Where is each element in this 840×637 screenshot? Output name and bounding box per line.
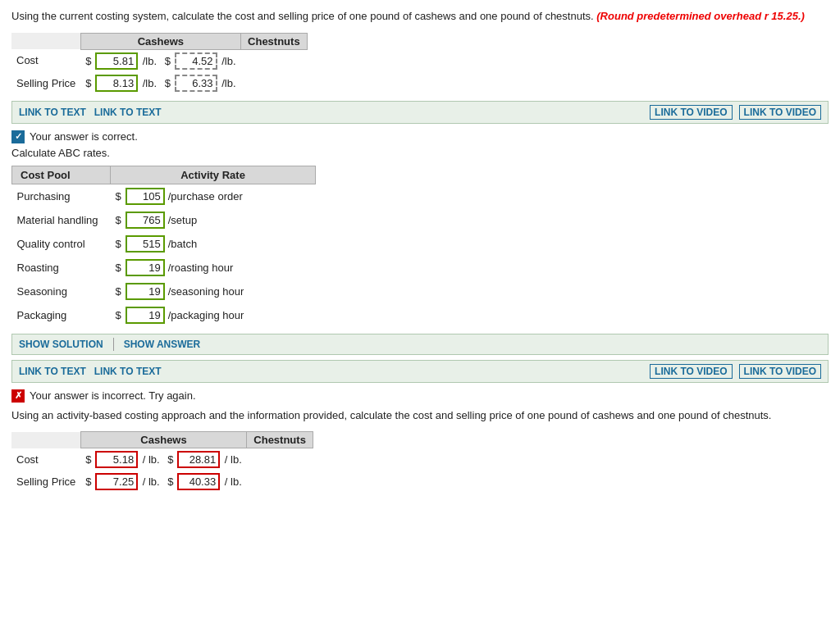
chestnuts3-cost-input[interactable]: [177, 451, 220, 468]
abc-col-pool: Cost Pool: [12, 166, 111, 184]
chestnuts3-selling-input[interactable]: [177, 473, 220, 490]
table-row: Selling Price $ /lb. $ /lb.: [11, 72, 307, 94]
abc-rate-input-1[interactable]: [126, 212, 165, 229]
abc-pool-label: Purchasing: [12, 184, 111, 208]
link-to-video-1b[interactable]: LINK TO VIDEO: [739, 105, 821, 120]
abc-pool-label: Seasoning: [12, 280, 111, 303]
abc-rate-cell: $ /roasting hour: [111, 256, 316, 280]
link-to-text-2b[interactable]: LINK TO TEXT: [94, 366, 162, 377]
show-solution-bar: SHOW SOLUTION SHOW ANSWER: [11, 334, 829, 355]
col-header-empty: [11, 33, 80, 49]
abc-pool-label: Material handling: [12, 208, 111, 232]
abc-rates-table: Cost Pool Activity Rate Purchasing $ /pu…: [11, 166, 316, 327]
link-to-text-1a[interactable]: LINK TO TEXT: [19, 107, 86, 118]
cashews3-cost-input[interactable]: [95, 451, 138, 468]
question-text-1: Using the current costing system, calcul…: [11, 8, 829, 25]
cost-table-3: Cashews Chestnuts Cost $ / lb. $ / lb. S…: [11, 431, 313, 493]
link-to-video-2a[interactable]: LINK TO VIDEO: [650, 364, 732, 379]
abc-unit-label: /packaging hour: [168, 309, 244, 321]
cost3-cell: $ / lb. $ / lb.: [80, 448, 247, 471]
cost-table-1: Cashews Chestnuts Cost $ /lb. $ /lb. Sel…: [11, 33, 308, 94]
abc-rate-cell: $ /setup: [111, 208, 316, 232]
col3-header-chestnuts: Chestnuts: [247, 432, 313, 448]
link-to-video-1a[interactable]: LINK TO VIDEO: [650, 105, 732, 120]
section3: ✗ Your answer is incorrect. Try again. U…: [11, 389, 829, 494]
abc-col-rate: Activity Rate: [111, 166, 316, 184]
chestnuts-selling-input[interactable]: [175, 75, 217, 92]
col3-header-empty: [11, 432, 80, 448]
cashews-cost-cell: $ /lb. $ /lb.: [80, 49, 240, 72]
cashews3-selling-input[interactable]: [95, 473, 138, 490]
abc-unit-label: /seasoning hour: [168, 285, 244, 298]
row3-label-selling: Selling Price: [11, 471, 80, 493]
link-to-text-2a[interactable]: LINK TO TEXT: [19, 366, 86, 377]
cashews-selling-input[interactable]: [95, 75, 138, 92]
col-header-cashews: Cashews: [80, 33, 240, 49]
section2-title: Calculate ABC rates.: [11, 147, 829, 159]
abc-table-row: Material handling $ /setup: [12, 208, 316, 232]
chestnuts-cost-input[interactable]: [175, 52, 217, 70]
abc-pool-label: Roasting: [12, 256, 111, 280]
abc-rate-input-3[interactable]: [126, 259, 165, 276]
table-row: Selling Price $ / lb. $ / lb.: [11, 471, 313, 493]
red-note: (Round predetermined overhead r 15.25.): [596, 10, 805, 22]
abc-unit-label: /batch: [168, 238, 197, 250]
section1: Using the current costing system, calcul…: [11, 8, 829, 143]
abc-rate-input-2[interactable]: [126, 235, 165, 253]
cross-icon: ✗: [11, 389, 25, 403]
abc-table-row: Roasting $ /roasting hour: [12, 256, 316, 280]
abc-table-row: Seasoning $ /seasoning hour: [12, 280, 316, 303]
row-label-cost: Cost: [11, 49, 80, 72]
table-row: Cost $ /lb. $ /lb.: [11, 49, 307, 72]
abc-unit-label: /roasting hour: [168, 262, 234, 274]
incorrect-text: Your answer is incorrect. Try again.: [30, 389, 196, 402]
abc-rate-cell: $ /seasoning hour: [111, 280, 316, 303]
correct-message: ✓ Your answer is correct.: [11, 130, 829, 143]
col3-header-cashews: Cashews: [80, 432, 247, 448]
incorrect-message: ✗ Your answer is incorrect. Try again.: [11, 389, 829, 403]
abc-unit-label: /purchase order: [168, 190, 243, 202]
abc-unit-label: /setup: [168, 214, 197, 226]
abc-table-row: Purchasing $ /purchase order: [12, 184, 316, 208]
link-bar-1: LINK TO TEXT LINK TO TEXT LINK TO VIDEO …: [11, 101, 829, 124]
cashews-cost-input[interactable]: [95, 52, 138, 70]
abc-rate-input-0[interactable]: [126, 188, 165, 205]
col-header-chestnuts: Chestnuts: [241, 33, 308, 49]
question-text-3: Using an activity-based costing approach…: [11, 407, 829, 424]
selling-price-cell: $ /lb. $ /lb.: [80, 72, 240, 94]
selling3-cell: $ / lb. $ / lb.: [80, 471, 247, 493]
abc-rate-cell: $ /packaging hour: [111, 303, 316, 327]
row3-label-cost: Cost: [11, 448, 80, 471]
check-icon: ✓: [11, 130, 25, 143]
correct-text: Your answer is correct.: [30, 130, 138, 143]
table-row: Cost $ / lb. $ / lb.: [11, 448, 313, 471]
show-solution-link[interactable]: SHOW SOLUTION: [19, 339, 103, 350]
abc-table-row: Quality control $ /batch: [12, 232, 316, 256]
link-to-video-2b[interactable]: LINK TO VIDEO: [739, 364, 821, 379]
section2: Calculate ABC rates. Cost Pool Activity …: [11, 147, 829, 383]
abc-table-row: Packaging $ /packaging hour: [12, 303, 316, 327]
row-label-selling: Selling Price: [11, 72, 80, 94]
abc-rate-input-4[interactable]: [126, 283, 165, 300]
link-to-text-1b[interactable]: LINK TO TEXT: [94, 107, 162, 118]
abc-pool-label: Quality control: [12, 232, 111, 256]
show-answer-link[interactable]: SHOW ANSWER: [124, 339, 201, 350]
abc-rate-input-5[interactable]: [126, 307, 165, 324]
abc-pool-label: Packaging: [12, 303, 111, 327]
abc-rate-cell: $ /purchase order: [111, 184, 316, 208]
link-bar-2: LINK TO TEXT LINK TO TEXT LINK TO VIDEO …: [11, 360, 829, 383]
abc-rate-cell: $ /batch: [111, 232, 316, 256]
